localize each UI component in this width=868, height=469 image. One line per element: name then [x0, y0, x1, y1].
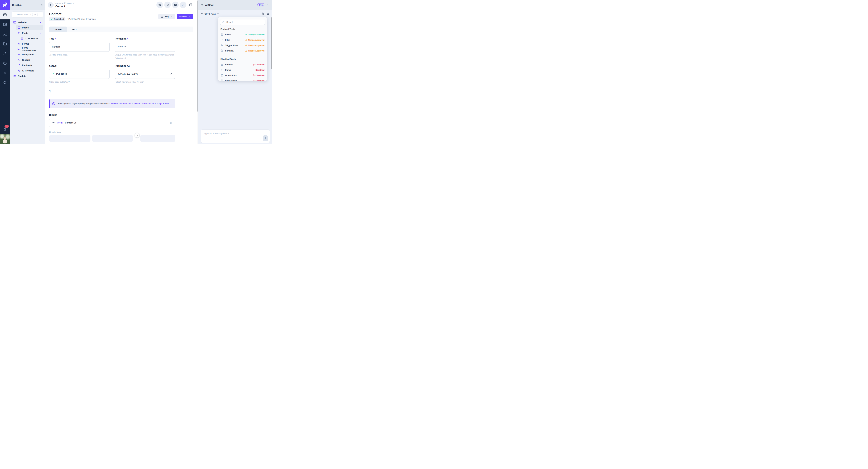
pilcrow-icon[interactable]: ¶: [49, 90, 51, 93]
save-button[interactable]: [180, 2, 186, 8]
scroll-down-button[interactable]: [135, 133, 140, 138]
window-icon: [18, 26, 21, 29]
project-title: Directus: [12, 4, 22, 6]
arrow-up-icon: [264, 137, 267, 140]
tool-row-files[interactable]: Files Needs Approval: [220, 37, 265, 43]
module-editor[interactable]: [0, 20, 10, 29]
user-avatar[interactable]: [0, 134, 10, 144]
folder-open-icon: [220, 63, 223, 66]
bell-icon: [3, 127, 7, 131]
sidebar-item-workflow[interactable]: 1. Workflow: [19, 36, 43, 41]
page-head: Contact Published • Published At: over 1…: [49, 12, 193, 21]
sidebar-item-navigation[interactable]: Navigation: [16, 52, 43, 57]
breadcrumb-collection[interactable]: Pages: [55, 2, 61, 4]
delete-button[interactable]: [164, 2, 171, 8]
chevron-down-icon: [39, 32, 42, 34]
tool-row-trigger-flow[interactable]: Trigger Flow Needs Approval: [220, 43, 265, 48]
caret-down-icon[interactable]: [72, 2, 74, 4]
published-at-input[interactable]: [115, 69, 175, 79]
archive-button[interactable]: [172, 2, 179, 8]
tab-content[interactable]: Content: [49, 27, 67, 32]
preview-button[interactable]: [156, 2, 163, 8]
globe-icon: [18, 58, 21, 61]
sidebar-item-website[interactable]: Website: [12, 20, 43, 25]
back-button[interactable]: [48, 2, 54, 8]
sidebar-collapse-button[interactable]: [39, 3, 43, 7]
remove-block-button[interactable]: [169, 121, 173, 124]
actions-button[interactable]: Actions: [177, 14, 193, 19]
chevron-down-icon: [104, 72, 107, 75]
clear-date-button[interactable]: [170, 72, 173, 75]
main-scrollbar-thumb[interactable]: [197, 1, 198, 111]
tool-row-items[interactable]: Items Always Allowed: [220, 32, 265, 37]
sidebar-item-forms[interactable]: Forms: [16, 41, 43, 46]
module-rail: 72: [0, 0, 10, 144]
header-item-title: Contact: [55, 5, 74, 8]
block-row-form[interactable]: Form: Contact Us: [49, 119, 175, 127]
tool-row-folders[interactable]: Folders Disabled: [220, 62, 265, 67]
document-icon: [18, 31, 21, 35]
sidebar-item-rabbits[interactable]: Rabbits: [12, 73, 43, 78]
notification-badge: 72: [4, 125, 9, 128]
tools-search: [220, 19, 265, 25]
banner-text: Build dynamic pages quickly using ready-…: [58, 102, 111, 105]
permalink-input[interactable]: [117, 45, 173, 48]
open-right-panel-button[interactable]: [188, 2, 194, 8]
module-files[interactable]: [0, 39, 10, 48]
blocks-heading: Blocks: [49, 113, 193, 116]
dropdown-scrollbar-thumb[interactable]: [271, 18, 272, 69]
create-block-option[interactable]: [49, 135, 90, 142]
drag-handle-icon[interactable]: [52, 121, 55, 124]
title-input[interactable]: [52, 45, 107, 48]
module-settings[interactable]: [0, 68, 10, 78]
sidebar-item-form-submissions[interactable]: Form Submissions: [16, 46, 43, 52]
tools-search-input[interactable]: [226, 21, 263, 24]
ai-settings-button[interactable]: [267, 12, 270, 15]
module-help[interactable]: [0, 58, 10, 68]
field-permalink: Permalink Unique URL for this page (star…: [115, 37, 175, 60]
enabled-tools-header: Enabled Tools: [220, 28, 265, 31]
tool-row-flows[interactable]: Flows Disabled: [220, 67, 265, 73]
ai-panel-collapse-button[interactable]: [267, 3, 270, 6]
sidebar-item-posts[interactable]: Posts: [16, 30, 43, 36]
module-content[interactable]: [0, 10, 10, 20]
folder-icon: [220, 38, 223, 41]
sidebar-item-ai-prompts[interactable]: AI Prompts: [16, 68, 43, 73]
arrow-left-icon: [49, 3, 53, 6]
help-button[interactable]: Help: [158, 14, 175, 19]
sidebar-item-globals[interactable]: Globals: [16, 57, 43, 62]
chat-message-input[interactable]: [201, 130, 270, 143]
tool-row-operations[interactable]: Operations Disabled: [220, 73, 265, 78]
documentation-link[interactable]: See our documentation to learn more abou…: [111, 102, 170, 105]
create-block-option[interactable]: [140, 135, 175, 142]
model-selector[interactable]: GPT-5 Nano: [205, 13, 216, 15]
block-icon: [252, 64, 255, 66]
permalink-note: Unique URL for this page (start with /, …: [115, 54, 175, 60]
directus-logo[interactable]: [0, 0, 10, 10]
ai-chat-title: AI Chat: [205, 4, 213, 6]
tool-row-schema[interactable]: Schema Needs Approval: [220, 48, 265, 54]
title-note: The title of this page.: [49, 54, 110, 57]
chevron-down-icon: [189, 15, 191, 18]
create-new-label: Create New: [49, 131, 61, 133]
published-at-note: Publish now or schedule for later.: [115, 80, 175, 83]
module-search[interactable]: [0, 78, 10, 88]
breadcrumb-version[interactable]: Main: [67, 2, 71, 4]
send-message-button[interactable]: [263, 135, 268, 141]
sidebar-item-redirects[interactable]: Redirects: [16, 63, 43, 68]
tab-seo[interactable]: SEO: [67, 27, 81, 32]
box-icon: [220, 33, 223, 36]
clear-history-button[interactable]: [261, 12, 264, 15]
block-icon: [252, 79, 255, 81]
block-type: Form:: [57, 122, 63, 124]
sidebar-item-pages[interactable]: Pages: [16, 25, 43, 30]
eye-icon: [158, 3, 161, 7]
database-icon: [13, 74, 16, 77]
module-insights[interactable]: [0, 48, 10, 58]
tool-row-collections[interactable]: Collections Disabled: [220, 78, 265, 81]
global-search-input[interactable]: Global Search ⌘K: [12, 11, 43, 18]
module-users[interactable]: [0, 29, 10, 39]
create-block-option[interactable]: [92, 135, 133, 142]
status-select[interactable]: Published: [49, 69, 110, 79]
notifications-button[interactable]: 72: [0, 125, 10, 134]
